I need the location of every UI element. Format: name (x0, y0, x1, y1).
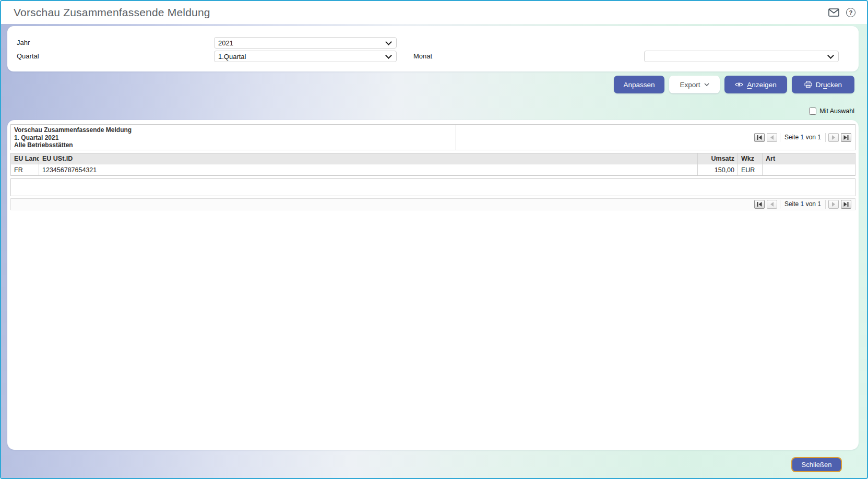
anpassen-label: Anpassen (623, 81, 655, 89)
titlebar-icons: ? (828, 8, 855, 17)
table-footer-bar: Seite 1 von 1 (10, 198, 855, 210)
drucken-button[interactable]: Drucken (792, 76, 854, 93)
quartal-select-wrap: 1.Quartal (214, 51, 397, 62)
jahr-select[interactable]: 2021 (214, 37, 397, 49)
report-title-line2: 1. Quartal 2021 (14, 134, 456, 142)
mail-icon[interactable] (828, 8, 839, 17)
cell-ust-id: 123456787654321 (39, 164, 698, 175)
anzeigen-label: Anzeigen (747, 81, 776, 89)
monat-label: Monat (413, 52, 432, 60)
anzeigen-accesskey: A (747, 81, 752, 89)
table-header-row: EU Land EU USt.ID Umsatz Wkz Art (11, 153, 855, 164)
pagination-top: Seite 1 von 1 (753, 133, 852, 142)
first-page-button[interactable] (754, 133, 765, 142)
monat-select[interactable] (644, 51, 839, 62)
report-header-band: Vorschau Zusammenfassende Meldung 1. Qua… (10, 124, 855, 150)
col-header-ust-id: EU USt.ID (39, 153, 698, 164)
prev-page-button[interactable] (767, 200, 777, 209)
page-indicator: Seite 1 von 1 (780, 200, 826, 209)
table-row[interactable]: FR 123456787654321 150,00 EUR (11, 164, 855, 175)
quartal-select[interactable]: 1.Quartal (214, 51, 397, 62)
report-title-line3: Alle Betriebsstätten (14, 141, 456, 149)
last-page-button[interactable] (841, 200, 851, 209)
report-table: EU Land EU USt.ID Umsatz Wkz Art FR 1234… (10, 153, 855, 176)
last-page-icon (843, 135, 849, 140)
pagination-bottom: Seite 1 von 1 (753, 200, 852, 209)
chevron-down-icon (704, 83, 709, 86)
toolbar: Anpassen Export Anzeigen Drucken (614, 76, 854, 93)
schliessen-button[interactable]: Schließen (791, 457, 842, 472)
col-header-eu-land: EU Land (11, 153, 39, 164)
page-indicator: Seite 1 von 1 (780, 133, 826, 142)
report-title-block: Vorschau Zusammenfassende Meldung 1. Qua… (11, 125, 456, 150)
col-header-umsatz: Umsatz (698, 153, 738, 164)
export-label: Export (680, 81, 700, 89)
next-page-button[interactable] (828, 133, 839, 142)
filter-panel: Jahr 2021 Quartal 1.Quartal Monat (7, 26, 859, 71)
prev-page-icon (770, 135, 774, 140)
report-panel: Vorschau Zusammenfassende Meldung 1. Qua… (7, 120, 859, 450)
last-page-icon (843, 202, 849, 207)
help-glyph: ? (849, 9, 852, 16)
next-page-button[interactable] (828, 200, 839, 209)
report-title-line1: Vorschau Zusammenfassende Meldung (14, 126, 456, 134)
monat-select-wrap (644, 51, 839, 62)
next-page-icon (831, 202, 836, 207)
jahr-select-wrap: 2021 (214, 37, 397, 49)
first-page-button[interactable] (754, 200, 765, 209)
report-header-right: Seite 1 von 1 (456, 125, 855, 150)
first-page-icon (757, 202, 762, 207)
mit-auswahl-row: Mit Auswahl (809, 107, 854, 115)
quartal-label: Quartal (17, 52, 39, 60)
anpassen-button[interactable]: Anpassen (614, 76, 664, 93)
last-page-button[interactable] (841, 133, 851, 142)
empty-row-strip (10, 178, 855, 196)
jahr-label: Jahr (17, 39, 30, 46)
page-title: Vorschau Zusammenfassende Meldung (14, 6, 210, 19)
drucken-label: Drucken (816, 81, 842, 89)
cell-wkz: EUR (738, 164, 763, 175)
title-bar: Vorschau Zusammenfassende Meldung ? (1, 1, 867, 24)
drucken-rest: cken (827, 81, 842, 89)
prev-page-button[interactable] (767, 133, 777, 142)
anzeigen-button[interactable]: Anzeigen (724, 76, 787, 93)
help-icon[interactable]: ? (846, 8, 855, 17)
drucken-pre: Dr (816, 81, 823, 89)
printer-icon (804, 81, 812, 88)
col-header-wkz: Wkz (738, 153, 763, 164)
next-page-icon (831, 135, 836, 140)
cell-art (763, 164, 855, 175)
first-page-icon (757, 135, 762, 140)
app-window: Vorschau Zusammenfassende Meldung ? Jahr… (0, 0, 868, 479)
drucken-accesskey: u (823, 81, 827, 89)
export-button[interactable]: Export (669, 76, 720, 93)
mit-auswahl-label: Mit Auswahl (819, 107, 854, 115)
prev-page-icon (770, 202, 774, 207)
content-area: Jahr 2021 Quartal 1.Quartal Monat (1, 24, 867, 478)
col-header-art: Art (763, 153, 855, 164)
anzeigen-rest: nzeigen (752, 81, 776, 89)
eye-icon (735, 81, 743, 88)
cell-umsatz: 150,00 (698, 164, 738, 175)
mit-auswahl-checkbox[interactable] (809, 107, 816, 115)
cell-eu-land: FR (11, 164, 39, 175)
